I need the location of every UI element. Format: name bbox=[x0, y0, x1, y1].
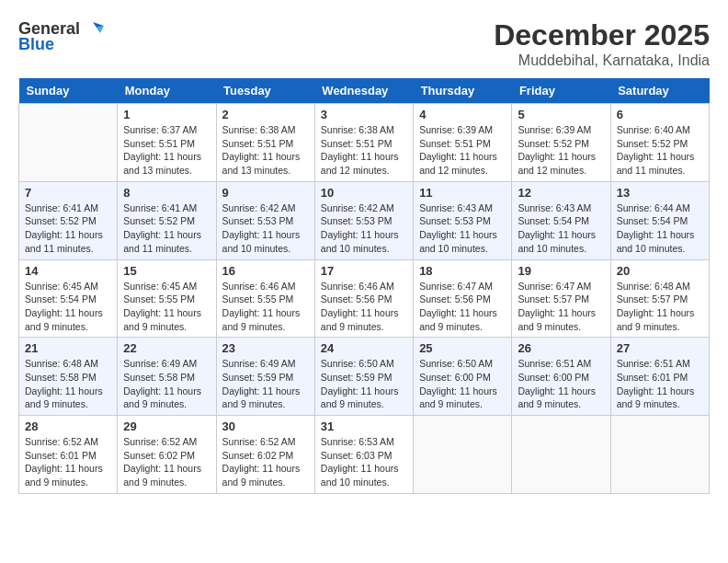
day-number: 14 bbox=[25, 264, 111, 278]
calendar-cell: 3Sunrise: 6:38 AMSunset: 5:51 PMDaylight… bbox=[314, 104, 413, 182]
day-number: 2 bbox=[222, 108, 309, 121]
calendar-header-tuesday: Tuesday bbox=[216, 78, 314, 104]
calendar-cell: 17Sunrise: 6:46 AMSunset: 5:56 PMDayligh… bbox=[314, 259, 413, 338]
day-number: 18 bbox=[419, 264, 506, 278]
calendar-cell: 4Sunrise: 6:39 AMSunset: 5:51 PMDaylight… bbox=[414, 104, 512, 182]
calendar-cell: 29Sunrise: 6:52 AMSunset: 6:02 PMDayligh… bbox=[118, 416, 216, 494]
calendar-week-row: 14Sunrise: 6:45 AMSunset: 5:54 PMDayligh… bbox=[19, 259, 710, 338]
calendar-header-saturday: Saturday bbox=[610, 78, 709, 104]
title-area: December 2025 Muddebihal, Karnataka, Ind… bbox=[494, 18, 710, 69]
day-number: 3 bbox=[321, 108, 407, 121]
day-number: 15 bbox=[123, 264, 210, 278]
day-info: Sunrise: 6:49 AMSunset: 5:59 PMDaylight:… bbox=[222, 357, 309, 411]
day-info: Sunrise: 6:46 AMSunset: 5:55 PMDaylight:… bbox=[222, 280, 309, 334]
calendar-cell: 9Sunrise: 6:42 AMSunset: 5:53 PMDaylight… bbox=[216, 181, 314, 259]
calendar-cell: 14Sunrise: 6:45 AMSunset: 5:54 PMDayligh… bbox=[19, 259, 118, 338]
calendar-cell: 23Sunrise: 6:49 AMSunset: 5:59 PMDayligh… bbox=[216, 338, 314, 416]
day-number: 4 bbox=[419, 108, 506, 121]
day-info: Sunrise: 6:51 AMSunset: 6:00 PMDaylight:… bbox=[518, 357, 604, 411]
logo-bird-icon bbox=[84, 18, 104, 39]
day-number: 26 bbox=[518, 341, 604, 355]
calendar-cell: 8Sunrise: 6:41 AMSunset: 5:52 PMDaylight… bbox=[118, 181, 216, 259]
logo-blue-text: Blue bbox=[18, 35, 54, 54]
calendar-header-thursday: Thursday bbox=[414, 78, 512, 104]
day-number: 25 bbox=[419, 341, 506, 355]
day-number: 6 bbox=[617, 108, 703, 121]
calendar-cell bbox=[512, 416, 610, 494]
logo: General Blue bbox=[18, 18, 104, 54]
day-info: Sunrise: 6:45 AMSunset: 5:55 PMDaylight:… bbox=[123, 280, 210, 334]
calendar-cell: 28Sunrise: 6:52 AMSunset: 6:01 PMDayligh… bbox=[19, 416, 118, 494]
calendar-header-row: SundayMondayTuesdayWednesdayThursdayFrid… bbox=[19, 78, 710, 104]
calendar-cell: 18Sunrise: 6:47 AMSunset: 5:56 PMDayligh… bbox=[414, 259, 512, 338]
month-title: December 2025 bbox=[494, 18, 710, 52]
calendar-cell: 5Sunrise: 6:39 AMSunset: 5:52 PMDaylight… bbox=[512, 104, 610, 182]
day-number: 21 bbox=[25, 341, 111, 355]
day-info: Sunrise: 6:49 AMSunset: 5:58 PMDaylight:… bbox=[123, 357, 210, 411]
calendar-cell bbox=[414, 416, 512, 494]
calendar-cell: 12Sunrise: 6:43 AMSunset: 5:54 PMDayligh… bbox=[512, 181, 610, 259]
day-info: Sunrise: 6:43 AMSunset: 5:54 PMDaylight:… bbox=[518, 201, 604, 256]
day-info: Sunrise: 6:52 AMSunset: 6:02 PMDaylight:… bbox=[123, 435, 210, 489]
day-number: 23 bbox=[222, 341, 309, 355]
calendar-cell: 11Sunrise: 6:43 AMSunset: 5:53 PMDayligh… bbox=[414, 181, 512, 259]
calendar-cell: 15Sunrise: 6:45 AMSunset: 5:55 PMDayligh… bbox=[118, 259, 216, 338]
calendar-cell bbox=[19, 104, 118, 182]
day-number: 11 bbox=[419, 186, 506, 200]
day-info: Sunrise: 6:42 AMSunset: 5:53 PMDaylight:… bbox=[321, 201, 407, 256]
calendar-week-row: 7Sunrise: 6:41 AMSunset: 5:52 PMDaylight… bbox=[19, 181, 710, 259]
day-info: Sunrise: 6:41 AMSunset: 5:52 PMDaylight:… bbox=[123, 201, 210, 256]
day-number: 16 bbox=[222, 264, 309, 278]
day-info: Sunrise: 6:37 AMSunset: 5:51 PMDaylight:… bbox=[123, 123, 210, 178]
day-number: 24 bbox=[321, 341, 407, 355]
calendar-header-monday: Monday bbox=[118, 78, 216, 104]
calendar-cell: 31Sunrise: 6:53 AMSunset: 6:03 PMDayligh… bbox=[314, 416, 413, 494]
calendar-cell: 10Sunrise: 6:42 AMSunset: 5:53 PMDayligh… bbox=[314, 181, 413, 259]
calendar-cell: 30Sunrise: 6:52 AMSunset: 6:02 PMDayligh… bbox=[216, 416, 314, 494]
calendar-cell: 1Sunrise: 6:37 AMSunset: 5:51 PMDaylight… bbox=[118, 104, 216, 182]
day-info: Sunrise: 6:45 AMSunset: 5:54 PMDaylight:… bbox=[25, 280, 111, 334]
calendar-cell: 21Sunrise: 6:48 AMSunset: 5:58 PMDayligh… bbox=[19, 338, 118, 416]
day-number: 8 bbox=[123, 186, 210, 200]
day-info: Sunrise: 6:39 AMSunset: 5:51 PMDaylight:… bbox=[419, 123, 506, 178]
day-info: Sunrise: 6:41 AMSunset: 5:52 PMDaylight:… bbox=[25, 201, 111, 256]
day-number: 5 bbox=[518, 108, 604, 121]
day-number: 9 bbox=[222, 186, 309, 200]
calendar-cell: 6Sunrise: 6:40 AMSunset: 5:52 PMDaylight… bbox=[610, 104, 709, 182]
day-info: Sunrise: 6:47 AMSunset: 5:57 PMDaylight:… bbox=[518, 280, 604, 334]
day-info: Sunrise: 6:52 AMSunset: 6:01 PMDaylight:… bbox=[25, 435, 111, 489]
day-info: Sunrise: 6:46 AMSunset: 5:56 PMDaylight:… bbox=[321, 280, 407, 334]
day-info: Sunrise: 6:51 AMSunset: 6:01 PMDaylight:… bbox=[617, 357, 703, 411]
day-number: 22 bbox=[123, 341, 210, 355]
day-info: Sunrise: 6:43 AMSunset: 5:53 PMDaylight:… bbox=[419, 201, 506, 256]
day-info: Sunrise: 6:39 AMSunset: 5:52 PMDaylight:… bbox=[518, 123, 604, 178]
day-number: 12 bbox=[518, 186, 604, 200]
day-number: 27 bbox=[617, 341, 703, 355]
page-header: General Blue December 2025 Muddebihal, K… bbox=[18, 18, 710, 69]
day-number: 31 bbox=[321, 419, 407, 433]
calendar-cell: 27Sunrise: 6:51 AMSunset: 6:01 PMDayligh… bbox=[610, 338, 709, 416]
calendar-table: SundayMondayTuesdayWednesdayThursdayFrid… bbox=[18, 78, 710, 494]
calendar-cell: 13Sunrise: 6:44 AMSunset: 5:54 PMDayligh… bbox=[610, 181, 709, 259]
calendar-cell: 2Sunrise: 6:38 AMSunset: 5:51 PMDaylight… bbox=[216, 104, 314, 182]
calendar-cell: 24Sunrise: 6:50 AMSunset: 5:59 PMDayligh… bbox=[314, 338, 413, 416]
day-info: Sunrise: 6:53 AMSunset: 6:03 PMDaylight:… bbox=[321, 435, 407, 489]
day-info: Sunrise: 6:42 AMSunset: 5:53 PMDaylight:… bbox=[222, 201, 309, 256]
calendar-header-sunday: Sunday bbox=[19, 78, 118, 104]
calendar-cell: 20Sunrise: 6:48 AMSunset: 5:57 PMDayligh… bbox=[610, 259, 709, 338]
calendar-week-row: 21Sunrise: 6:48 AMSunset: 5:58 PMDayligh… bbox=[19, 338, 710, 416]
day-info: Sunrise: 6:44 AMSunset: 5:54 PMDaylight:… bbox=[617, 201, 703, 256]
day-number: 13 bbox=[617, 186, 703, 200]
calendar-cell: 25Sunrise: 6:50 AMSunset: 6:00 PMDayligh… bbox=[414, 338, 512, 416]
day-info: Sunrise: 6:48 AMSunset: 5:58 PMDaylight:… bbox=[25, 357, 111, 411]
day-info: Sunrise: 6:50 AMSunset: 5:59 PMDaylight:… bbox=[321, 357, 407, 411]
calendar-week-row: 1Sunrise: 6:37 AMSunset: 5:51 PMDaylight… bbox=[19, 104, 710, 182]
day-number: 30 bbox=[222, 419, 309, 433]
calendar-cell: 7Sunrise: 6:41 AMSunset: 5:52 PMDaylight… bbox=[19, 181, 118, 259]
calendar-cell: 26Sunrise: 6:51 AMSunset: 6:00 PMDayligh… bbox=[512, 338, 610, 416]
day-info: Sunrise: 6:47 AMSunset: 5:56 PMDaylight:… bbox=[419, 280, 506, 334]
calendar-cell: 16Sunrise: 6:46 AMSunset: 5:55 PMDayligh… bbox=[216, 259, 314, 338]
day-number: 28 bbox=[25, 419, 111, 433]
day-number: 29 bbox=[123, 419, 210, 433]
location-subtitle: Muddebihal, Karnataka, India bbox=[494, 52, 710, 69]
